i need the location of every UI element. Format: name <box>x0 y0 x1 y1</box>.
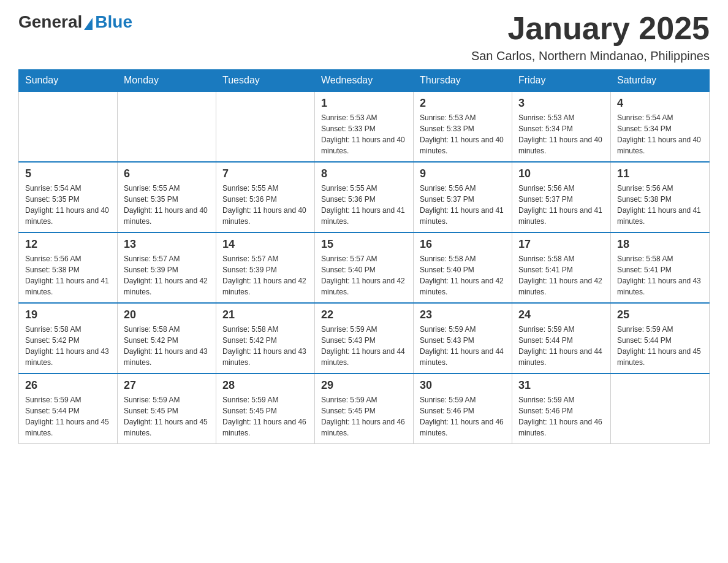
calendar-cell: 13Sunrise: 5:57 AMSunset: 5:39 PMDayligh… <box>118 232 216 303</box>
logo-triangle-icon <box>84 18 93 30</box>
day-info: Sunrise: 5:59 AMSunset: 5:45 PMDaylight:… <box>222 394 308 439</box>
day-info: Sunrise: 5:55 AMSunset: 5:36 PMDaylight:… <box>321 183 407 227</box>
calendar-cell: 24Sunrise: 5:59 AMSunset: 5:44 PMDayligh… <box>512 303 611 373</box>
day-number: 13 <box>124 238 210 251</box>
day-info: Sunrise: 5:56 AMSunset: 5:37 PMDaylight:… <box>518 183 604 227</box>
calendar-cell: 18Sunrise: 5:58 AMSunset: 5:41 PMDayligh… <box>611 232 710 303</box>
day-number: 31 <box>518 379 604 392</box>
day-number: 1 <box>321 97 407 110</box>
day-number: 29 <box>321 379 407 392</box>
week-row-1: 1Sunrise: 5:53 AMSunset: 5:33 PMDaylight… <box>19 91 710 162</box>
calendar-cell <box>19 91 118 162</box>
day-number: 16 <box>420 238 506 251</box>
day-info: Sunrise: 5:53 AMSunset: 5:34 PMDaylight:… <box>518 112 604 156</box>
calendar-cell: 11Sunrise: 5:56 AMSunset: 5:38 PMDayligh… <box>611 162 710 232</box>
day-number: 17 <box>518 238 604 251</box>
calendar-cell: 28Sunrise: 5:59 AMSunset: 5:45 PMDayligh… <box>216 373 315 444</box>
week-row-5: 26Sunrise: 5:59 AMSunset: 5:44 PMDayligh… <box>19 373 710 444</box>
day-number: 26 <box>25 379 111 392</box>
day-info: Sunrise: 5:59 AMSunset: 5:43 PMDaylight:… <box>420 324 506 368</box>
day-info: Sunrise: 5:59 AMSunset: 5:46 PMDaylight:… <box>518 394 604 439</box>
day-number: 14 <box>222 238 308 251</box>
calendar-cell: 21Sunrise: 5:58 AMSunset: 5:42 PMDayligh… <box>216 303 315 373</box>
day-info: Sunrise: 5:59 AMSunset: 5:44 PMDaylight:… <box>518 324 604 368</box>
day-info: Sunrise: 5:56 AMSunset: 5:37 PMDaylight:… <box>420 183 506 227</box>
calendar-cell <box>118 91 216 162</box>
day-number: 24 <box>518 308 604 321</box>
calendar-cell: 6Sunrise: 5:55 AMSunset: 5:35 PMDaylight… <box>118 162 216 232</box>
week-row-2: 5Sunrise: 5:54 AMSunset: 5:35 PMDaylight… <box>19 162 710 232</box>
day-number: 12 <box>25 238 111 251</box>
calendar-cell: 10Sunrise: 5:56 AMSunset: 5:37 PMDayligh… <box>512 162 611 232</box>
day-number: 19 <box>25 308 111 321</box>
day-number: 21 <box>222 308 308 321</box>
weekday-header-thursday: Thursday <box>414 70 512 92</box>
weekday-header-sunday: Sunday <box>19 70 118 92</box>
calendar-cell: 3Sunrise: 5:53 AMSunset: 5:34 PMDaylight… <box>512 91 611 162</box>
day-info: Sunrise: 5:58 AMSunset: 5:42 PMDaylight:… <box>124 324 210 368</box>
day-info: Sunrise: 5:59 AMSunset: 5:43 PMDaylight:… <box>321 324 407 368</box>
calendar-cell: 9Sunrise: 5:56 AMSunset: 5:37 PMDaylight… <box>414 162 512 232</box>
calendar-cell: 14Sunrise: 5:57 AMSunset: 5:39 PMDayligh… <box>216 232 315 303</box>
day-number: 25 <box>617 308 703 321</box>
day-number: 27 <box>124 379 210 392</box>
calendar-cell: 20Sunrise: 5:58 AMSunset: 5:42 PMDayligh… <box>118 303 216 373</box>
calendar-cell: 5Sunrise: 5:54 AMSunset: 5:35 PMDaylight… <box>19 162 118 232</box>
calendar-cell: 8Sunrise: 5:55 AMSunset: 5:36 PMDaylight… <box>315 162 414 232</box>
day-info: Sunrise: 5:55 AMSunset: 5:36 PMDaylight:… <box>222 183 308 227</box>
day-info: Sunrise: 5:59 AMSunset: 5:44 PMDaylight:… <box>25 394 111 439</box>
day-info: Sunrise: 5:57 AMSunset: 5:39 PMDaylight:… <box>222 253 308 297</box>
weekday-header-tuesday: Tuesday <box>216 70 315 92</box>
day-info: Sunrise: 5:58 AMSunset: 5:42 PMDaylight:… <box>25 324 111 368</box>
weekday-header-row: SundayMondayTuesdayWednesdayThursdayFrid… <box>19 70 710 92</box>
day-info: Sunrise: 5:54 AMSunset: 5:34 PMDaylight:… <box>617 112 703 156</box>
weekday-header-friday: Friday <box>512 70 611 92</box>
day-number: 2 <box>420 97 506 110</box>
day-info: Sunrise: 5:56 AMSunset: 5:38 PMDaylight:… <box>25 253 111 297</box>
day-info: Sunrise: 5:55 AMSunset: 5:35 PMDaylight:… <box>124 183 210 227</box>
day-info: Sunrise: 5:59 AMSunset: 5:45 PMDaylight:… <box>124 394 210 439</box>
calendar-cell: 19Sunrise: 5:58 AMSunset: 5:42 PMDayligh… <box>19 303 118 373</box>
day-info: Sunrise: 5:56 AMSunset: 5:38 PMDaylight:… <box>617 183 703 227</box>
month-title: January 2025 <box>471 12 710 44</box>
calendar-cell: 2Sunrise: 5:53 AMSunset: 5:33 PMDaylight… <box>414 91 512 162</box>
day-number: 6 <box>124 167 210 180</box>
location-subtitle: San Carlos, Northern Mindanao, Philippin… <box>471 49 710 63</box>
calendar-cell: 27Sunrise: 5:59 AMSunset: 5:45 PMDayligh… <box>118 373 216 444</box>
calendar-cell: 1Sunrise: 5:53 AMSunset: 5:33 PMDaylight… <box>315 91 414 162</box>
day-number: 28 <box>222 379 308 392</box>
title-section: January 2025 San Carlos, Northern Mindan… <box>471 12 710 63</box>
calendar-cell: 17Sunrise: 5:58 AMSunset: 5:41 PMDayligh… <box>512 232 611 303</box>
day-info: Sunrise: 5:59 AMSunset: 5:45 PMDaylight:… <box>321 394 407 439</box>
day-info: Sunrise: 5:59 AMSunset: 5:44 PMDaylight:… <box>617 324 703 368</box>
day-number: 11 <box>617 167 703 180</box>
day-info: Sunrise: 5:59 AMSunset: 5:46 PMDaylight:… <box>420 394 506 439</box>
week-row-4: 19Sunrise: 5:58 AMSunset: 5:42 PMDayligh… <box>19 303 710 373</box>
day-number: 20 <box>124 308 210 321</box>
calendar-cell <box>611 373 710 444</box>
day-number: 18 <box>617 238 703 251</box>
calendar-cell: 31Sunrise: 5:59 AMSunset: 5:46 PMDayligh… <box>512 373 611 444</box>
logo: General Blue <box>18 12 132 32</box>
day-number: 3 <box>518 97 604 110</box>
day-info: Sunrise: 5:53 AMSunset: 5:33 PMDaylight:… <box>420 112 506 156</box>
page-header: General Blue January 2025 San Carlos, No… <box>18 12 710 63</box>
calendar-cell: 30Sunrise: 5:59 AMSunset: 5:46 PMDayligh… <box>414 373 512 444</box>
day-number: 22 <box>321 308 407 321</box>
day-number: 30 <box>420 379 506 392</box>
day-number: 9 <box>420 167 506 180</box>
day-info: Sunrise: 5:58 AMSunset: 5:40 PMDaylight:… <box>420 253 506 297</box>
calendar-cell: 26Sunrise: 5:59 AMSunset: 5:44 PMDayligh… <box>19 373 118 444</box>
calendar-cell: 15Sunrise: 5:57 AMSunset: 5:40 PMDayligh… <box>315 232 414 303</box>
calendar-table: SundayMondayTuesdayWednesdayThursdayFrid… <box>18 69 710 444</box>
day-info: Sunrise: 5:54 AMSunset: 5:35 PMDaylight:… <box>25 183 111 227</box>
calendar-cell: 29Sunrise: 5:59 AMSunset: 5:45 PMDayligh… <box>315 373 414 444</box>
calendar-cell: 22Sunrise: 5:59 AMSunset: 5:43 PMDayligh… <box>315 303 414 373</box>
weekday-header-monday: Monday <box>118 70 216 92</box>
weekday-header-saturday: Saturday <box>611 70 710 92</box>
day-number: 8 <box>321 167 407 180</box>
day-info: Sunrise: 5:58 AMSunset: 5:41 PMDaylight:… <box>518 253 604 297</box>
calendar-cell: 25Sunrise: 5:59 AMSunset: 5:44 PMDayligh… <box>611 303 710 373</box>
calendar-cell: 16Sunrise: 5:58 AMSunset: 5:40 PMDayligh… <box>414 232 512 303</box>
calendar-cell: 7Sunrise: 5:55 AMSunset: 5:36 PMDaylight… <box>216 162 315 232</box>
